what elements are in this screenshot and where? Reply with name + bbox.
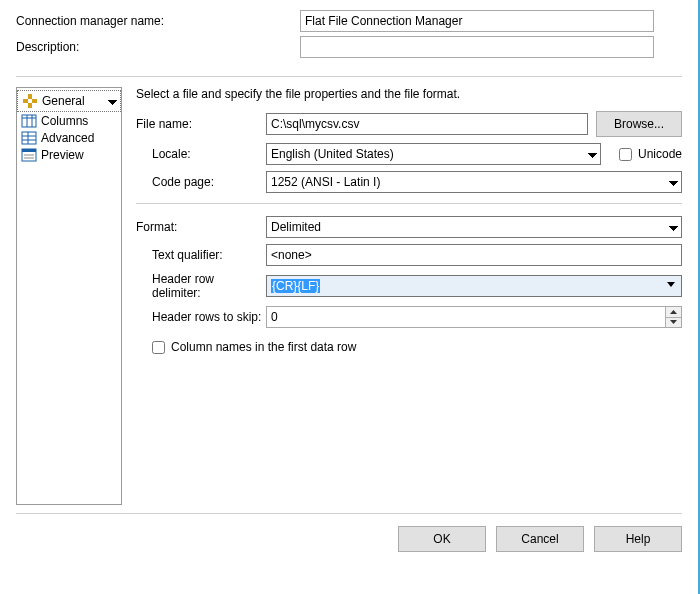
filename-input[interactable] [266,113,588,135]
header-delim-value: {CR}{LF} [271,279,320,293]
text-qualifier-input[interactable] [266,244,682,266]
colnames-label: Column names in the first data row [171,340,356,354]
codepage-select[interactable]: 1252 (ANSI - Latin I) [266,171,682,193]
spin-up-button[interactable] [665,307,681,318]
sidebar-label: General [42,94,85,108]
conn-name-label: Connection manager name: [16,14,300,28]
spin-down-button[interactable] [665,318,681,328]
hdrdelim-label: Header row delimiter: [136,272,266,300]
svg-rect-3 [28,103,32,108]
unicode-checkbox[interactable] [619,148,632,161]
hdrskip-label: Header rows to skip: [136,310,266,324]
colnames-checkbox[interactable] [152,341,165,354]
locale-select[interactable]: English (United States) [266,143,601,165]
colnames-checkbox-wrap[interactable]: Column names in the first data row [152,340,682,354]
svg-rect-8 [22,132,36,144]
ok-button[interactable]: OK [398,526,486,552]
svg-rect-0 [28,94,32,99]
sidebar-item-general[interactable]: General [17,90,121,112]
general-icon [22,93,38,109]
browse-button[interactable]: Browse... [596,111,682,137]
sidebar-label: Columns [41,114,88,128]
unicode-checkbox-wrap[interactable]: Unicode [619,147,682,161]
instruction-text: Select a file and specify the file prope… [136,87,682,101]
svg-rect-4 [22,115,36,127]
svg-marker-17 [670,320,677,324]
help-button[interactable]: Help [594,526,682,552]
sidebar-nav: General Columns Advanced Preview [16,87,122,505]
sidebar-item-advanced[interactable]: Advanced [17,129,121,146]
sidebar-label: Preview [41,148,84,162]
advanced-icon [21,130,37,146]
sidebar-item-preview[interactable]: Preview [17,146,121,163]
unicode-label: Unicode [638,147,682,161]
format-select[interactable]: Delimited [266,216,682,238]
codepage-label: Code page: [136,175,266,189]
preview-icon [21,147,37,163]
svg-rect-2 [32,99,37,103]
locale-label: Locale: [136,147,266,161]
textq-label: Text qualifier: [136,248,266,262]
svg-marker-16 [670,310,677,314]
sidebar-label: Advanced [41,131,94,145]
description-input[interactable] [300,36,654,58]
format-label: Format: [136,220,266,234]
header-delim-combo[interactable]: {CR}{LF} [266,275,682,297]
svg-rect-13 [22,149,36,152]
chevron-down-icon [667,282,675,287]
header-skip-input[interactable] [266,306,682,328]
columns-icon [21,113,37,129]
conn-name-input[interactable] [300,10,654,32]
svg-rect-1 [23,99,28,103]
description-label: Description: [16,40,300,54]
cancel-button[interactable]: Cancel [496,526,584,552]
filename-label: File name: [136,117,266,131]
sidebar-item-columns[interactable]: Columns [17,112,121,129]
